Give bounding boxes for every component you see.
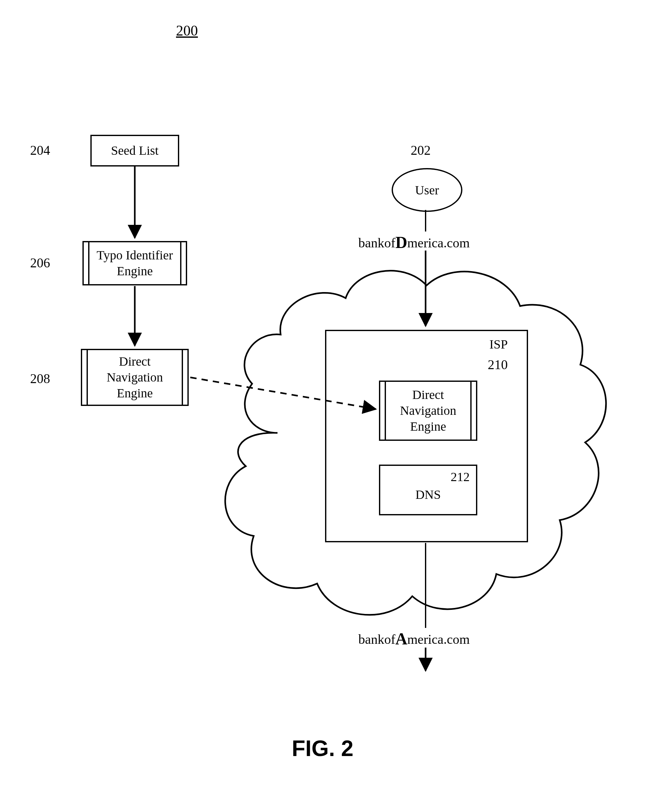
user-label: User — [415, 183, 439, 198]
typo-engine-label: Typo Identifier Engine — [97, 247, 173, 279]
typo-url: bankofDmerica.com — [358, 233, 470, 252]
dns-label: DNS — [415, 487, 441, 503]
corrected-url: bankofAmerica.com — [358, 629, 470, 648]
dn-engine-left-box: Direct Navigation Engine — [81, 349, 189, 406]
figure-canvas: 200 204 206 208 Seed List Typo Identifie… — [0, 0, 672, 809]
figure-caption: FIG. 2 — [292, 736, 353, 761]
isp-label: ISP — [489, 337, 508, 352]
ref-204: 204 — [30, 143, 50, 158]
ref-208: 208 — [30, 371, 50, 386]
figure-id: 200 — [176, 22, 198, 39]
corr-url-em: A — [395, 630, 408, 648]
user-ellipse: User — [391, 168, 462, 212]
ref-212: 212 — [451, 469, 470, 485]
ref-206: 206 — [30, 255, 50, 270]
corr-url-post: merica.com — [407, 632, 470, 647]
typo-engine-box: Typo Identifier Engine — [82, 241, 187, 285]
dn-engine-right-label: Direct Navigation Engine — [400, 387, 456, 435]
seed-list-label: Seed List — [111, 143, 159, 159]
seed-list-box: Seed List — [91, 135, 179, 166]
dns-box: 212 DNS — [379, 465, 477, 515]
ref-202: 202 — [411, 143, 431, 158]
corr-url-pre: bankof — [358, 632, 395, 647]
typo-url-em: D — [395, 233, 408, 252]
typo-url-post: merica.com — [407, 236, 470, 250]
dn-engine-left-label: Direct Navigation Engine — [107, 354, 163, 401]
typo-url-pre: bankof — [358, 236, 395, 250]
ref-210: 210 — [488, 357, 508, 372]
dn-engine-right-box: Direct Navigation Engine — [379, 381, 477, 441]
